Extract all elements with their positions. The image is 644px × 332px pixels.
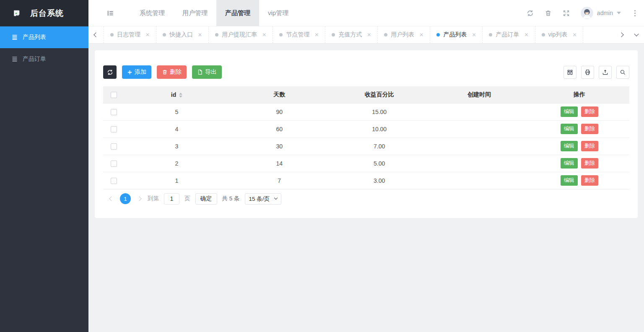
cell-percent: 7.00 <box>329 137 429 155</box>
row-delete-button[interactable]: 删除 <box>581 106 598 117</box>
user-menu[interactable]: admin <box>581 7 621 19</box>
cell-percent: 3.00 <box>329 172 429 189</box>
tab-product-orders[interactable]: 产品订单 <box>483 26 535 43</box>
export-data-button[interactable] <box>599 66 612 79</box>
page-size-select[interactable]: 15 条/页 <box>245 193 281 205</box>
top-header: 系统管理 用户管理 产品管理 vip管理 <box>88 0 644 26</box>
search-toggle-button[interactable] <box>616 66 629 79</box>
tab-close-icon[interactable] <box>472 32 476 38</box>
tab-close-icon[interactable] <box>419 32 423 38</box>
edit-button[interactable]: 编辑 <box>561 141 578 151</box>
tab-close-icon[interactable] <box>198 32 202 38</box>
col-header-id[interactable]: id <box>124 86 229 103</box>
tab-user-list[interactable]: 用户列表 <box>378 26 430 43</box>
file-icon <box>197 69 203 75</box>
confirm-page-button[interactable]: 确定 <box>195 193 217 205</box>
search-icon <box>620 69 626 75</box>
export-icon <box>602 69 608 75</box>
tab-close-icon[interactable] <box>572 32 576 38</box>
next-page-icon[interactable] <box>136 195 143 202</box>
row-checkbox[interactable] <box>111 161 117 167</box>
row-checkbox[interactable] <box>111 143 117 150</box>
tab-close-icon[interactable] <box>367 32 371 38</box>
top-right-cluster: admin <box>527 7 644 19</box>
logo-broken-image-icon <box>13 9 21 18</box>
sidebar-item-product-list[interactable]: 产品列表 <box>0 26 88 48</box>
print-button[interactable] <box>581 66 594 79</box>
tab-recharge-method[interactable]: 充值方式 <box>325 26 378 43</box>
tabs-scroll-right-icon[interactable] <box>614 26 629 43</box>
cell-id: 4 <box>124 120 229 137</box>
row-checkbox[interactable] <box>111 126 117 132</box>
tab-close-icon[interactable] <box>262 32 266 38</box>
tab-quick-entry[interactable]: 快捷入口 <box>156 26 209 43</box>
row-delete-button[interactable]: 删除 <box>581 124 598 134</box>
tab-node-mgmt[interactable]: 节点管理 <box>273 26 325 43</box>
page-size-select-wrap: 15 条/页 <box>245 193 281 205</box>
tabs-menu-icon[interactable] <box>629 26 644 43</box>
cell-id: 5 <box>124 103 229 120</box>
app-title: 后台系统 <box>30 8 64 19</box>
cell-created <box>429 137 529 155</box>
tab-status-dot <box>542 33 545 36</box>
toolbar-right-icons <box>564 66 629 79</box>
row-checkbox[interactable] <box>111 109 117 115</box>
tab-close-icon[interactable] <box>524 32 528 38</box>
pagination: 1 到第 页 确定 共 5 条 15 条/页 <box>103 193 629 205</box>
printer-icon <box>584 69 591 75</box>
nav-system-mgmt[interactable]: 系统管理 <box>131 0 174 26</box>
col-header-actions: 操作 <box>529 86 629 103</box>
tab-status-dot <box>332 33 335 36</box>
edit-button[interactable]: 编辑 <box>561 106 578 117</box>
col-header-days: 天数 <box>229 86 329 103</box>
tabs-scroll-left-icon[interactable] <box>88 26 104 43</box>
fullscreen-icon[interactable] <box>563 10 570 17</box>
cell-days: 90 <box>229 103 329 120</box>
nav-user-mgmt[interactable]: 用户管理 <box>174 0 216 26</box>
sidebar: 后台系统 产品列表 产品订单 <box>0 0 88 332</box>
edit-button[interactable]: 编辑 <box>561 158 578 169</box>
logo-area: 后台系统 <box>0 0 88 26</box>
top-nav: 系统管理 用户管理 产品管理 vip管理 <box>131 0 297 26</box>
delete-button[interactable]: 删除 <box>157 65 187 79</box>
tab-log-mgmt[interactable]: 日志管理 <box>104 26 156 43</box>
page-number-input[interactable] <box>164 193 179 205</box>
nav-product-mgmt[interactable]: 产品管理 <box>216 0 259 26</box>
username-label: admin <box>597 10 613 16</box>
select-all-checkbox[interactable] <box>111 92 117 98</box>
tab-vip-list[interactable]: vip列表 <box>535 26 584 43</box>
row-delete-button[interactable]: 删除 <box>581 175 598 186</box>
tab-status-dot <box>436 33 440 36</box>
sidebar-item-product-orders[interactable]: 产品订单 <box>0 48 88 70</box>
page-number-button[interactable]: 1 <box>120 193 131 204</box>
cell-days: 7 <box>229 172 329 189</box>
tab-status-dot <box>489 33 492 36</box>
tab-product-list[interactable]: 产品列表 <box>430 26 483 43</box>
nav-vip-mgmt[interactable]: vip管理 <box>259 0 297 26</box>
trash-icon[interactable] <box>545 10 552 17</box>
more-menu-icon[interactable] <box>632 10 638 16</box>
refresh-icon[interactable] <box>527 10 534 17</box>
tab-status-dot <box>215 33 218 36</box>
row-checkbox[interactable] <box>111 178 117 184</box>
sidebar-collapse-icon[interactable] <box>107 10 114 17</box>
export-button[interactable]: 导出 <box>192 65 222 79</box>
tab-close-icon[interactable] <box>314 32 319 38</box>
add-button[interactable]: 添加 <box>122 65 151 79</box>
table-header-row: id 天数 收益百分比 创建时间 操作 <box>103 86 629 103</box>
trash-icon <box>162 69 168 75</box>
open-tabs: 日志管理 快捷入口 用户提现汇率 节点管理 充值方式 用户列表 产品列表 产品订… <box>104 26 614 43</box>
col-header-percent: 收益百分比 <box>329 86 429 103</box>
edit-button[interactable]: 编辑 <box>561 175 578 186</box>
table-row: 2 14 5.00 编辑删除 <box>103 155 629 172</box>
sort-icon[interactable] <box>179 93 182 98</box>
edit-button[interactable]: 编辑 <box>561 124 578 134</box>
prev-page-icon[interactable] <box>108 195 115 202</box>
tab-withdraw-rate[interactable]: 用户提现汇率 <box>209 26 273 43</box>
row-delete-button[interactable]: 删除 <box>581 141 598 151</box>
columns-toggle-button[interactable] <box>564 66 576 79</box>
tab-close-icon[interactable] <box>145 32 150 38</box>
row-delete-button[interactable]: 删除 <box>581 158 598 169</box>
table-row: 5 90 15.00 编辑删除 <box>103 103 629 120</box>
refresh-button[interactable] <box>103 65 117 79</box>
